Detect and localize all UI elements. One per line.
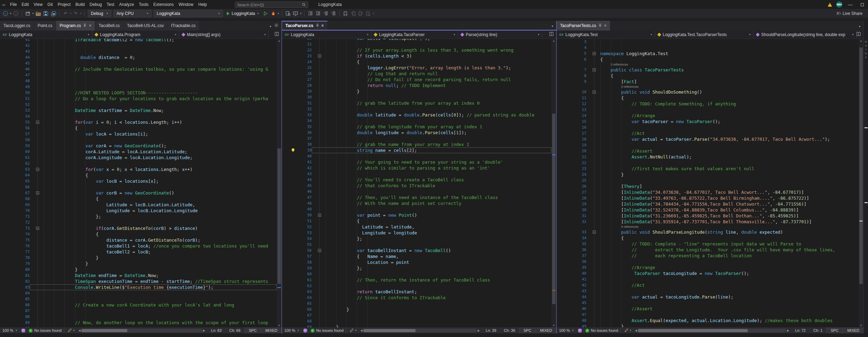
code-editor-right[interactable]: 345-namespace LoggingKata.Test6{0 refere… (557, 39, 863, 327)
pin-icon[interactable] (316, 24, 319, 28)
menu-item-git[interactable]: Git (45, 0, 55, 9)
code-line[interactable]: 6{ (557, 57, 859, 62)
code-line[interactable]: 68 (282, 318, 551, 324)
code-line[interactable]: 14 //Arrange (557, 113, 859, 119)
code-line[interactable]: 39 string name = cells[2]; (282, 147, 551, 153)
close-icon[interactable]: × (604, 24, 607, 27)
code-line[interactable]: 34 { (557, 235, 859, 241)
nav-forward-icon[interactable]: → (12, 10, 19, 17)
scroll-up-icon[interactable]: ▲ (277, 39, 282, 43)
code-line[interactable]: 7- public class TacoParserTests (557, 67, 859, 73)
code-line[interactable]: 47 (557, 312, 859, 318)
code-line[interactable]: 5-namespace LoggingKata.Test (557, 51, 859, 57)
split-editor-icon[interactable] (275, 32, 279, 37)
code-line[interactable]: 77 tacoBell2 = locB; (0, 249, 277, 255)
code-line[interactable]: 44 double distance = 0; (0, 54, 277, 60)
scrollbar-thumb[interactable] (638, 329, 747, 332)
code-line[interactable]: 75 distance = corA.GetDistanceTo(corB); (0, 237, 277, 243)
code-line[interactable]: 74 { (0, 231, 277, 237)
code-line[interactable]: 49 (0, 84, 277, 90)
hot-reload-icon[interactable] (270, 10, 277, 17)
close-icon[interactable]: × (89, 24, 91, 27)
code-line[interactable]: 23- if (cells.Length < 3) (282, 53, 551, 59)
code-line[interactable]: 48 (0, 78, 277, 84)
scroll-right-icon[interactable]: ▶ (202, 329, 206, 332)
code-line[interactable]: 81 DateTime endTime = DateTime.Now; (0, 273, 277, 278)
menu-item-test[interactable]: Test (104, 0, 117, 9)
pin-icon[interactable] (599, 24, 602, 28)
code-line[interactable]: 27 [InlineData("34.073638, -84.677017, T… (557, 189, 859, 195)
code-line[interactable]: 50 //HINT NESTED LOOPS SECTION----------… (0, 90, 277, 96)
search-box[interactable]: Search (Ctrl+Q) (235, 1, 308, 8)
fold-collapse-icon[interactable]: - (36, 191, 39, 195)
code-line[interactable]: 88 (0, 314, 277, 320)
code-line[interactable]: 42 // which is similar to parsing a stri… (282, 165, 551, 171)
code-cleanup-button[interactable]: ▾ (348, 328, 359, 332)
save-all-icon[interactable] (50, 10, 57, 17)
code-line[interactable]: 42 (0, 43, 277, 49)
codelens-references[interactable]: 0 references (557, 225, 859, 229)
scroll-down-icon[interactable]: ▼ (859, 323, 863, 327)
code-line[interactable]: 82 TimeSpan executionTime = endTime - st… (0, 278, 277, 284)
code-line[interactable]: 65 var locB = locations[x]; (0, 178, 277, 184)
code-line[interactable]: 70 Longitude = locB.Location.Longitude (0, 208, 277, 214)
code-line[interactable]: 21 Assert.NotNull(actual); (557, 154, 859, 160)
code-line[interactable]: 32 (282, 106, 551, 112)
code-line[interactable]: 34 (282, 118, 551, 124)
vertical-scrollbar[interactable]: ▲▼ (551, 39, 556, 327)
fold-collapse-icon[interactable]: - (593, 68, 596, 71)
code-editor-middle[interactable]: 20 var cells = line.Split(',');2122 // I… (282, 39, 556, 327)
breadcrumb-member[interactable]: ShouldParseLongitude(string line, double… (754, 31, 857, 38)
code-line[interactable]: 69 } (282, 324, 551, 327)
scroll-up-icon[interactable]: ▲ (859, 39, 863, 43)
minimize-button[interactable]: — (846, 2, 854, 7)
nav-back-caret-icon[interactable]: ▾ (10, 12, 12, 15)
menu-item-window[interactable]: Window (176, 0, 196, 9)
code-line[interactable]: 47 (0, 72, 277, 78)
code-line[interactable]: 4 (557, 45, 859, 51)
uncomment-icon[interactable] (330, 10, 337, 17)
undo-icon[interactable]: ↶ (62, 10, 69, 17)
code-line[interactable]: 28 [InlineData("33.49763,-86.875722,Taco… (557, 195, 859, 201)
menu-item-view[interactable]: View (31, 0, 45, 9)
tab-itrackable-cs[interactable]: ITrackable.cs (167, 21, 199, 31)
scroll-left-icon[interactable]: ◀ (77, 329, 81, 332)
scroll-down-icon[interactable]: ▼ (277, 323, 282, 327)
breadcrumb-type[interactable]: LoggingKata.Program▾ (92, 31, 179, 38)
code-line[interactable]: 66 } (282, 306, 551, 312)
scrollbar-thumb[interactable] (81, 329, 127, 332)
code-line[interactable]: 83 Console.WriteLine($"Execution time {e… (0, 284, 277, 290)
run-to-view-caret-icon[interactable]: ▾ (300, 12, 302, 15)
breadcrumb-project[interactable]: C#LoggingKata▾ (0, 31, 92, 38)
bookmark-next-icon[interactable] (357, 10, 364, 17)
issues-status[interactable]: No issues found (316, 328, 344, 332)
code-line[interactable]: 55- for(var i = 0; i < locations.Length;… (0, 119, 277, 125)
code-line[interactable]: 66 (0, 184, 277, 190)
horizontal-scrollbar[interactable]: ◀▶ (359, 329, 481, 332)
code-line[interactable]: 60 (282, 271, 551, 277)
fold-collapse-icon[interactable]: - (318, 214, 321, 217)
breadcrumb-type[interactable]: LoggingKata.Test.TacoParserTests▾ (655, 31, 754, 38)
code-line[interactable]: 23 //first test makes sure that values a… (557, 166, 859, 172)
code-line[interactable]: 53 Longitude = longitude (282, 230, 551, 236)
split-editor-icon[interactable] (549, 32, 553, 37)
code-line[interactable]: 40 TacoParser tacoLongitude = new TacoPa… (557, 270, 859, 276)
code-line[interactable]: 59 var corA = new GeoCoordinate(); (0, 143, 277, 149)
breadcrumb-project[interactable]: C#LoggingKata.Test▾ (557, 31, 655, 38)
code-line[interactable]: 30 (282, 94, 551, 100)
codelens-references[interactable]: 0 references (557, 85, 859, 89)
menu-item-project[interactable]: Project (55, 0, 73, 9)
code-line[interactable]: 11 { (557, 95, 859, 101)
fold-collapse-icon[interactable]: - (318, 249, 321, 252)
lightbulb-icon[interactable] (292, 148, 294, 151)
code-line[interactable]: 87 (0, 308, 277, 314)
save-icon[interactable] (42, 10, 49, 17)
code-line[interactable]: 36 double longitude = double.Parse(cells… (282, 130, 551, 136)
code-line[interactable]: 49 (282, 206, 551, 212)
nav-back-icon[interactable]: ← (2, 10, 9, 17)
bookmark-clear-icon[interactable] (365, 10, 372, 17)
tab-tacobell-us-al-csv[interactable]: TacoBell-US-AL.csv (123, 21, 167, 31)
fold-collapse-icon[interactable]: - (36, 227, 39, 230)
code-line[interactable]: 67 (282, 312, 551, 318)
code-line[interactable]: 53 DateTime startTime = DateTime.Now; (0, 107, 277, 113)
